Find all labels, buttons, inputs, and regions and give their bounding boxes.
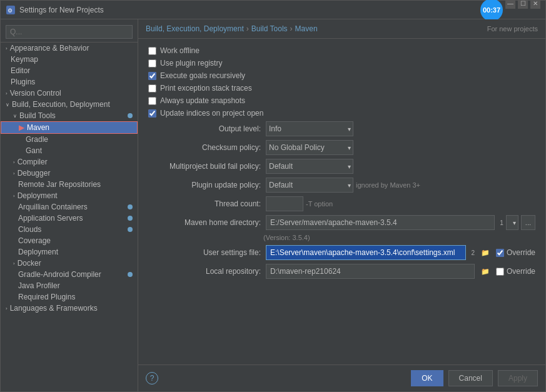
sidebar-item-maven[interactable]: ▶ Maven xyxy=(1,121,138,134)
sidebar-item-build-tools[interactable]: ∨ Build Tools xyxy=(1,110,138,121)
user-settings-input[interactable] xyxy=(266,245,466,260)
multiproject-policy-label: Multiproject build fail policy: xyxy=(148,162,261,171)
search-area xyxy=(1,22,138,43)
work-offline-checkbox[interactable] xyxy=(148,47,156,55)
sidebar-item-label: Languages & Frameworks xyxy=(10,304,98,313)
chevron-right-icon: › xyxy=(6,91,8,96)
breadcrumb-sep1: › xyxy=(246,24,249,33)
checksum-select-wrapper: No Global Policy Strict Warn Ignore xyxy=(266,140,353,155)
sidebar-item-appearance[interactable]: › Appearance & Behavior xyxy=(1,43,138,54)
sidebar-item-coverage[interactable]: Coverage xyxy=(1,235,138,246)
thread-count-row: Thread count: -T option xyxy=(148,196,535,211)
sidebar-item-label: Remote Jar Repositories xyxy=(18,180,101,189)
sidebar-item-clouds[interactable]: Clouds xyxy=(1,224,138,235)
local-repository-folder-button[interactable]: 📁 xyxy=(477,264,493,279)
local-repository-row: Local repository: 📁 Override xyxy=(148,264,535,279)
maven-home-dir-row: 1 ... xyxy=(266,215,535,230)
use-plugin-registry-row: Use plugin registry xyxy=(148,59,535,68)
user-settings-folder-button[interactable]: 📁 xyxy=(477,245,493,260)
sidebar-item-label: Gradle-Android Compiler xyxy=(18,270,101,279)
indicator-icon xyxy=(128,272,133,277)
plugin-update-policy-row: Plugin update policy: Default Always Nev… xyxy=(148,178,535,193)
breadcrumb-path: Build, Execution, Deployment › Build Too… xyxy=(146,24,318,33)
local-repository-label: Local repository: xyxy=(148,267,261,276)
sidebar-item-deployment[interactable]: › Deployment xyxy=(1,190,138,201)
maven-home-label: Maven home directory: xyxy=(148,218,261,227)
for-new-projects-label: For new projects xyxy=(487,25,538,33)
print-exception-checkbox[interactable] xyxy=(148,84,156,93)
sidebar-item-version-control[interactable]: › Version Control xyxy=(1,88,138,99)
chevron-right-icon: › xyxy=(13,193,15,199)
execute-goals-checkbox[interactable] xyxy=(148,72,156,80)
user-settings-badge: 2 xyxy=(471,249,475,256)
sidebar-item-remote-jar[interactable]: Remote Jar Repositories xyxy=(1,179,138,190)
checksum-policy-select[interactable]: No Global Policy Strict Warn Ignore xyxy=(266,140,353,155)
output-level-row: Output level: Info Debug Quiet xyxy=(148,121,535,136)
plugin-update-policy-select[interactable]: Default Always Never Interval xyxy=(266,178,353,193)
multiproject-policy-control: Default Fail at End Fail Never Fail Fast xyxy=(266,159,535,174)
user-settings-label: User settings file: xyxy=(148,248,261,257)
breadcrumb-sep2: › xyxy=(290,24,293,33)
help-button[interactable]: ? xyxy=(146,372,158,384)
user-settings-row: User settings file: 2 📁 Override xyxy=(148,245,535,260)
minimize-button[interactable]: — xyxy=(505,0,515,9)
chevron-right-icon: › xyxy=(13,261,15,266)
breadcrumb-part1: Build, Execution, Deployment xyxy=(146,24,244,33)
apply-button[interactable]: Apply xyxy=(498,370,538,386)
sidebar-item-debugger[interactable]: › Debugger xyxy=(1,168,138,179)
sidebar-item-label: Keymap xyxy=(11,55,38,64)
sidebar-item-docker[interactable]: › Docker xyxy=(1,258,138,269)
plugin-update-hint: ignored by Maven 3+ xyxy=(356,181,420,189)
maven-home-dropdown[interactable] xyxy=(506,215,518,230)
sidebar-item-plugins[interactable]: Plugins xyxy=(1,76,138,88)
sidebar-item-required-plugins[interactable]: Required Plugins xyxy=(1,291,138,303)
sidebar-item-languages[interactable]: › Languages & Frameworks xyxy=(1,303,138,314)
sidebar-item-gant[interactable]: Gant xyxy=(1,145,138,156)
app-icon: ⚙ xyxy=(6,5,16,15)
sidebar-item-label: Docker xyxy=(18,259,41,268)
cancel-button[interactable]: Cancel xyxy=(448,370,493,386)
sidebar-item-label: Compiler xyxy=(18,158,48,166)
ok-button[interactable]: OK xyxy=(411,370,443,386)
sidebar-item-build-execution[interactable]: ∨ Build, Execution, Deployment xyxy=(1,99,138,110)
multiproject-select-wrapper: Default Fail at End Fail Never Fail Fast xyxy=(266,159,353,174)
use-plugin-registry-checkbox[interactable] xyxy=(148,59,156,68)
chevron-right-icon: › xyxy=(6,46,8,51)
update-indices-checkbox[interactable] xyxy=(148,109,156,118)
window-title: Settings for New Projects xyxy=(19,6,480,14)
sidebar-item-label: Maven xyxy=(27,123,49,132)
local-repository-input[interactable] xyxy=(266,264,475,279)
restore-button[interactable]: ☐ xyxy=(518,0,528,9)
maven-home-control: 1 ... xyxy=(266,215,535,230)
thread-count-input[interactable] xyxy=(266,196,303,211)
work-offline-label: Work offline xyxy=(160,46,200,55)
sidebar-item-editor[interactable]: Editor xyxy=(1,65,138,76)
sidebar-item-keymap[interactable]: Keymap xyxy=(1,54,138,65)
always-update-checkbox[interactable] xyxy=(148,97,156,105)
sidebar-item-gradle-android[interactable]: Gradle-Android Compiler xyxy=(1,269,138,280)
sidebar-item-gradle[interactable]: Gradle xyxy=(1,134,138,145)
search-input[interactable] xyxy=(6,25,133,39)
sidebar-item-compiler[interactable]: › Compiler xyxy=(1,156,138,168)
sidebar-item-label: Debugger xyxy=(18,169,51,178)
close-button[interactable]: ✕ xyxy=(530,0,540,9)
sidebar-item-deployment2[interactable]: Deployment xyxy=(1,246,138,258)
plugin-update-policy-label: Plugin update policy: xyxy=(148,181,261,189)
multiproject-policy-row: Multiproject build fail policy: Default … xyxy=(148,159,535,174)
plugin-update-policy-control: Default Always Never Interval ignored by… xyxy=(266,178,535,193)
user-settings-override-checkbox[interactable] xyxy=(496,249,504,257)
execute-goals-label: Execute goals recursively xyxy=(160,71,245,80)
output-level-select[interactable]: Info Debug Quiet xyxy=(266,121,353,136)
sidebar: › Appearance & Behavior Keymap Editor Pl… xyxy=(1,19,138,391)
maven-home-browse-button[interactable]: ... xyxy=(521,215,535,230)
user-settings-control: 2 📁 Override xyxy=(266,245,535,260)
sidebar-item-app-servers[interactable]: Application Servers xyxy=(1,213,138,224)
sidebar-item-java-profiler[interactable]: Java Profiler xyxy=(1,280,138,291)
sidebar-item-arquillian[interactable]: Arquillian Containers xyxy=(1,201,138,213)
multiproject-policy-select[interactable]: Default Fail at End Fail Never Fail Fast xyxy=(266,159,353,174)
local-repository-override-checkbox[interactable] xyxy=(496,268,504,276)
always-update-label: Always update snapshots xyxy=(160,96,245,105)
print-exception-label: Print exception stack traces xyxy=(160,84,252,93)
sidebar-item-label: Arquillian Containers xyxy=(18,203,88,211)
maven-home-input[interactable] xyxy=(266,215,495,230)
